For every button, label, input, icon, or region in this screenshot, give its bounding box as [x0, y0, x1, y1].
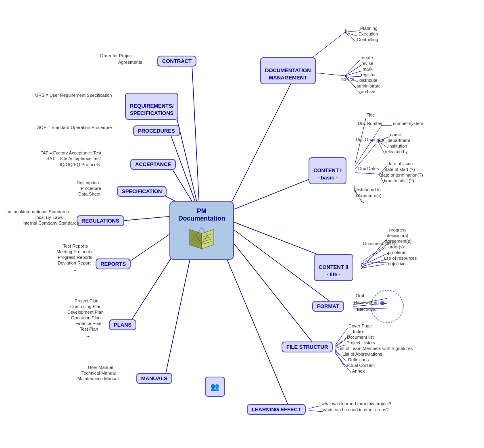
procedures-label: PROCEDURES	[138, 128, 175, 134]
leaf-execution: Execution	[359, 31, 378, 36]
requirements-node: REQUIREMENTS/ SPECIFICATIONS	[125, 93, 178, 120]
leaf-date-of-start: date of start (?)	[385, 167, 415, 172]
svg-line-60	[335, 350, 342, 356]
leaf-date-of-issue: date of issue	[388, 161, 413, 166]
label-for: for	[345, 28, 350, 33]
contract-node: CONTRACT	[157, 56, 196, 67]
manuals-label: MANUALS	[141, 375, 167, 381]
leaf-released-by: released by ...	[385, 149, 413, 154]
leaf-used-other-areas: what can be used in other areas?	[323, 407, 389, 412]
content-basic-node: CONTENT I - basic -	[309, 157, 346, 184]
svg-line-40	[379, 174, 380, 177]
requirements-label: REQUIREMENTS/ SPECIFICATIONS	[130, 103, 173, 116]
leaf-progress-reports: Progress Reports	[58, 255, 92, 260]
leaf-fat: FAT = Factory Acceptance Test	[40, 150, 101, 155]
doc-management-node: DOCUMENTATION MANAGEMENT	[260, 57, 316, 84]
leaf-annex: Annex	[352, 369, 365, 373]
leaf-sat: SAT = Site Acceptance Test	[46, 156, 101, 161]
leaf-doc-originator: Doc Originator	[356, 137, 384, 142]
svg-line-0	[192, 65, 200, 214]
svg-line-20	[345, 32, 357, 42]
reports-label: REPORTS	[100, 261, 126, 267]
svg-line-45	[361, 244, 387, 262]
leaf-maintenance-manual: Maintenance Manual	[77, 376, 119, 381]
procedures-node: PROCEDURES	[133, 125, 180, 136]
reports-node: REPORTS	[96, 258, 131, 269]
content-life-label: CONTENT II - life -	[319, 264, 348, 277]
format-label: FORMAT	[317, 303, 339, 309]
regulations-label: REGULATIONS	[81, 218, 119, 224]
leaf-definitions: Definitions	[348, 357, 369, 362]
small-icon: 👥	[205, 377, 225, 397]
leaf-project-history: Project History	[346, 340, 376, 345]
leaf-actual-content: actual Content	[346, 363, 375, 368]
svg-line-50	[361, 265, 384, 268]
leaf-planning: Planning	[360, 26, 378, 31]
acceptance-label: ACCEPTANCE	[135, 161, 171, 167]
file-structur-node: FILE STRUCTUR	[282, 342, 333, 352]
leaf-distributed-to: Distributed to ...	[355, 187, 386, 192]
leaf-number-system: number system	[393, 121, 423, 126]
leaf-document-list: Document list	[347, 335, 374, 340]
leaf-doc-dates: Doc Dates	[358, 166, 379, 171]
svg-line-59	[335, 349, 337, 350]
leaf-local-bylaws: local By-Laws	[35, 215, 63, 220]
specification-label: SPECIFICATION	[122, 188, 162, 194]
leaf-order-for-project: Order for Project	[100, 53, 133, 58]
leaf-operation-plan: Operation Plan	[71, 315, 100, 320]
leaf-urs: URS = User Requirement Specification	[35, 93, 112, 98]
leaf-objective: objective	[388, 261, 405, 266]
manuals-node: MANUALS	[136, 373, 172, 384]
svg-point-67	[380, 301, 384, 305]
leaf-list-abbreviations: List of Abbreviations	[342, 352, 382, 356]
svg-line-24	[345, 71, 362, 76]
center-node: PM Documentation	[169, 201, 234, 260]
leaf-national-standards: national/international Standards	[6, 209, 69, 214]
leaf-title: Title	[367, 113, 375, 117]
leaf-user-manual: User Manual	[88, 365, 113, 370]
svg-line-22	[345, 60, 360, 76]
leaf-procedure: Procedure	[81, 186, 101, 191]
svg-line-55	[335, 328, 348, 346]
plans-node: PLANS	[109, 319, 136, 330]
leaf-institution: institution	[388, 144, 407, 148]
file-structur-label: FILE STRUCTUR	[286, 344, 328, 350]
specification-node: SPECIFICATION	[117, 186, 167, 197]
svg-line-13	[220, 226, 317, 348]
svg-line-32	[355, 141, 378, 169]
leaf-team-members: List of Team Members with Signatures	[338, 346, 413, 351]
leaf-doc-number: Doc Number	[358, 121, 383, 126]
leaf-technical-manual: Technical Manual	[81, 371, 116, 375]
doc-management-label: DOCUMENTATION MANAGEMENT	[265, 67, 311, 81]
acceptance-node: ACCEPTANCE	[130, 159, 176, 170]
leaf-test-reports: Test Reports	[63, 244, 88, 248]
leaf-name: name	[390, 132, 401, 137]
leaf-deviation-report: Deviation Report	[58, 260, 91, 265]
leaf-oral: Oral	[356, 293, 364, 298]
leaf-electronic: Electronic	[357, 307, 376, 312]
leaf-use-of-resources: use of resources	[384, 256, 417, 260]
leaf-controlling: Controlling	[357, 37, 378, 42]
contract-label: CONTRACT	[162, 58, 192, 64]
svg-line-1	[173, 104, 200, 214]
leaf-agreements: Agreements	[118, 60, 142, 65]
content-life-node: CONTENT II - life -	[314, 254, 353, 281]
leaf-internal-standards: internal Company Standards	[23, 221, 79, 225]
svg-line-47	[361, 248, 385, 265]
svg-line-65	[309, 410, 323, 412]
leaf-orders: order(s)	[388, 244, 404, 249]
leaf-administrate: administrate	[357, 83, 381, 88]
leaf-finance-plan: Finance Plan	[75, 321, 101, 326]
leaf-project-plan: Project Plan	[75, 298, 98, 303]
leaf-datasheet: Data Sheet	[78, 192, 100, 196]
leaf-index: Index	[353, 329, 364, 334]
leaf-reports-more: ...	[74, 267, 77, 271]
svg-line-36	[378, 141, 384, 154]
leaf-progress: progress	[389, 227, 407, 232]
leaf-plans-more: ...	[87, 333, 90, 338]
leaf-department: department	[388, 138, 410, 143]
leaf-signatures: Signature(s)	[357, 193, 382, 198]
leaf-sop: SOP = Standard Operation Procedure	[37, 125, 112, 130]
leaf-create: create	[361, 55, 373, 60]
leaf-decisions: decision(s)	[387, 233, 408, 238]
